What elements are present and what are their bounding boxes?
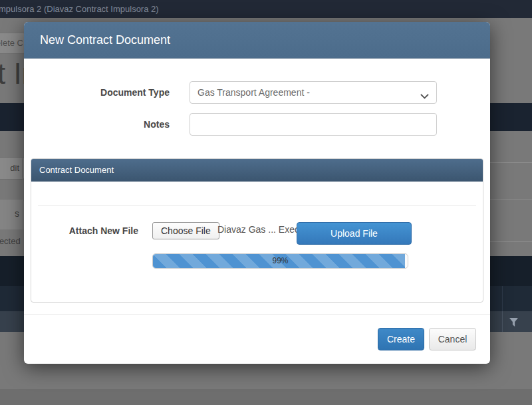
screen: mpulsora 2 (Diavaz Contract Impulsora 2)…: [0, 0, 532, 405]
filter-funnel-icon: [509, 317, 518, 329]
attach-new-file-label: Attach New File: [31, 222, 138, 239]
cancel-button[interactable]: Cancel: [429, 328, 476, 350]
delete-contract-button: elete C: [0, 33, 26, 54]
modal-title: New Contract Document: [40, 22, 170, 59]
document-type-select[interactable]: Gas Transport Agreement -: [190, 81, 437, 104]
column-divider: [502, 286, 503, 311]
page-footer-strip: [0, 389, 532, 405]
row-divider: [490, 162, 532, 163]
modal-header: New Contract Document: [24, 22, 490, 59]
column-divider: [502, 311, 503, 332]
row-divider: [490, 199, 532, 200]
document-type-label: Document Type: [24, 81, 170, 104]
create-button[interactable]: Create: [378, 328, 424, 350]
notes-label: Notes: [24, 113, 170, 136]
contract-document-panel: Contract Document Attach New File Choose…: [31, 158, 483, 303]
navbar-title: mpulsora 2 (Diavaz Contract Impulsora 2): [0, 0, 159, 18]
new-contract-document-modal: New Contract Document Document Type Gas …: [24, 22, 490, 364]
row-divider: [490, 241, 532, 242]
edit-button: dit: [0, 157, 25, 180]
footer-divider: [24, 314, 490, 315]
document-type-select-wrap: Gas Transport Agreement -: [190, 81, 437, 104]
page-title-fragment: t Im: [0, 57, 24, 90]
upload-file-button[interactable]: Upload File: [297, 222, 412, 245]
notes-input[interactable]: [190, 113, 437, 136]
delete-contract-button-label: elete C: [0, 38, 23, 48]
contract-document-panel-title: Contract Document: [39, 165, 114, 175]
upload-progress-bar: 99%: [152, 253, 408, 269]
contract-document-panel-body: Attach New File Choose File Diavaz Gas .…: [31, 182, 483, 302]
choose-file-button[interactable]: Choose File: [152, 222, 219, 239]
progress-percent: 99%: [153, 254, 408, 268]
contract-document-panel-header: Contract Document: [31, 159, 483, 182]
divider: [38, 205, 476, 206]
selected-text-fragment: lected: [0, 236, 21, 246]
top-navbar: mpulsora 2 (Diavaz Contract Impulsora 2): [0, 0, 532, 18]
